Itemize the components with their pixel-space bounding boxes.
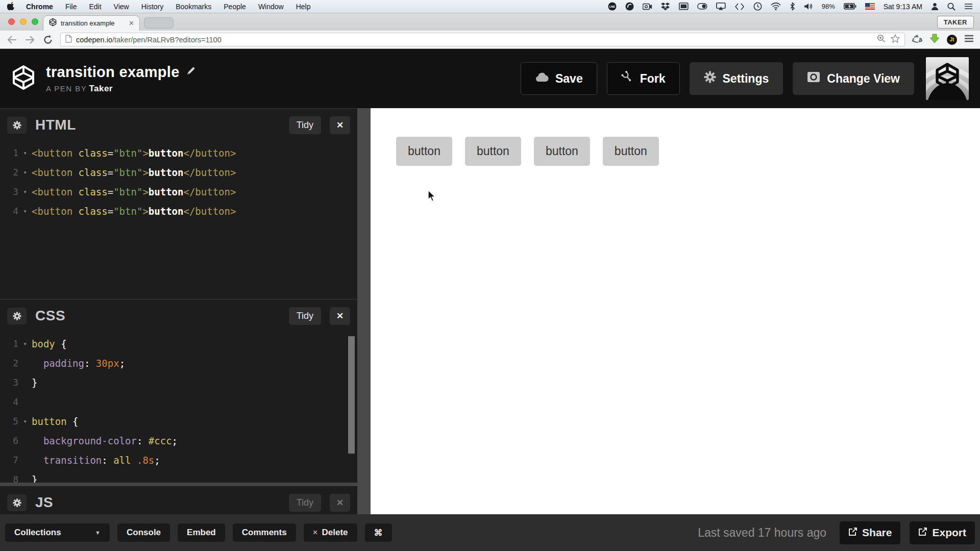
html-tidy-button[interactable]: Tidy	[289, 116, 321, 134]
preview-buttons-row: buttonbuttonbuttonbutton	[371, 108, 980, 166]
menubar-clock[interactable]: Sat 9:13 AM	[884, 3, 922, 11]
menu-item-chrome[interactable]: Chrome	[26, 3, 53, 11]
html-panel-header: HTML Tidy ✕	[0, 109, 357, 141]
settings-button[interactable]: Settings	[690, 62, 783, 95]
fold-arrow-icon[interactable]: ▾	[18, 202, 32, 221]
console-button[interactable]: Console	[117, 523, 170, 542]
menu-item-edit[interactable]: Edit	[89, 3, 101, 11]
browser-tab[interactable]: transition example ✕	[43, 15, 140, 31]
delete-button[interactable]: × Delete	[304, 523, 357, 542]
css-code-editor[interactable]: 1▾body {2 padding: 30px;3}45▾button {6 b…	[0, 332, 357, 486]
preview-button[interactable]: button	[396, 137, 452, 166]
notification-center-icon[interactable]	[964, 3, 973, 10]
user-avatar[interactable]	[926, 57, 969, 100]
jt-extension-icon[interactable]: Jt	[947, 35, 957, 45]
us-flag-icon[interactable]	[865, 3, 875, 10]
airplay-icon[interactable]	[716, 3, 726, 10]
phone-icon[interactable]	[625, 2, 634, 11]
window-icon[interactable]	[679, 3, 689, 10]
css-settings-gear-icon[interactable]	[7, 308, 27, 324]
zoom-icon[interactable]	[877, 34, 886, 45]
change-view-button[interactable]: Change View	[793, 62, 914, 95]
address-bar[interactable]: codepen.io/taker/pen/RaLRvB?editors=1100	[60, 33, 905, 46]
bluetooth-icon[interactable]	[790, 2, 795, 11]
token-tag: >	[142, 163, 148, 182]
keyboard-shortcuts-button[interactable]: ⌘	[365, 523, 392, 542]
browser-profile-button[interactable]: TAKER	[937, 16, 974, 29]
embed-button[interactable]: Embed	[178, 523, 225, 542]
url-text[interactable]: codepen.io/taker/pen/RaLRvB?editors=1100	[76, 36, 873, 44]
fold-arrow-icon[interactable]: ▾	[18, 334, 32, 354]
save-button[interactable]: Save	[521, 62, 597, 95]
last-saved-text: Last saved 17 hours ago	[698, 526, 826, 540]
html-panel: HTML Tidy ✕ 1▾<button class="btn">button…	[0, 108, 357, 299]
wifi-icon[interactable]	[771, 3, 781, 10]
time-machine-icon[interactable]	[753, 2, 762, 11]
window-minimize-button[interactable]	[20, 18, 27, 25]
html-close-button[interactable]: ✕	[330, 116, 350, 134]
html-code-editor[interactable]: 1▾<button class="btn">button</button>2▾<…	[0, 141, 357, 221]
editor-preview-resize-handle[interactable]	[357, 108, 371, 514]
css-tidy-button[interactable]: Tidy	[289, 307, 321, 325]
menu-item-bookmarks[interactable]: Bookmarks	[176, 3, 211, 11]
chevron-down-icon: ▼	[95, 530, 101, 536]
forward-button[interactable]	[24, 35, 36, 44]
toggle-icon[interactable]	[697, 3, 707, 10]
edit-pencil-icon[interactable]	[186, 66, 196, 78]
fold-gutter	[18, 354, 32, 373]
js-close-button[interactable]: ✕	[330, 494, 350, 512]
fold-arrow-icon[interactable]: ▾	[18, 412, 32, 431]
menu-item-history[interactable]: History	[141, 3, 164, 11]
volume-icon[interactable]	[804, 3, 813, 10]
reload-button[interactable]	[43, 35, 53, 45]
menu-item-window[interactable]: Window	[258, 3, 284, 11]
html-panel-title: HTML	[35, 117, 76, 133]
preview-button[interactable]: button	[603, 137, 659, 166]
css-vertical-scrollbar[interactable]	[348, 336, 355, 454]
chrome-menu-icon[interactable]	[964, 35, 974, 44]
fold-arrow-icon[interactable]: ▾	[18, 163, 32, 182]
code-brackets-icon[interactable]	[734, 3, 745, 10]
author-link[interactable]: Taker	[89, 84, 113, 93]
comments-button[interactable]: Comments	[233, 523, 296, 542]
preview-button[interactable]: button	[534, 137, 590, 166]
spotlight-search-icon[interactable]	[947, 3, 955, 11]
collections-dropdown[interactable]: Collections ▼	[5, 523, 110, 542]
codepen-logo-icon[interactable]	[11, 64, 36, 93]
code-line: 1▾<button class="btn">button</button>	[0, 143, 357, 163]
export-button[interactable]: Export	[910, 521, 975, 544]
recycle-extension-icon[interactable]	[912, 34, 922, 45]
apple-menu-icon[interactable]	[7, 2, 15, 11]
bookmark-star-icon[interactable]	[891, 34, 900, 45]
share-button[interactable]: Share	[840, 521, 900, 544]
battery-icon[interactable]	[844, 3, 856, 10]
fork-button[interactable]: Fork	[607, 62, 680, 95]
back-button[interactable]	[6, 35, 17, 44]
preview-button[interactable]: button	[465, 137, 521, 166]
fold-arrow-icon[interactable]: ▾	[18, 182, 32, 202]
menu-item-help[interactable]: Help	[296, 3, 311, 11]
tab-close-icon[interactable]: ✕	[129, 19, 134, 27]
dropbox-icon[interactable]	[661, 3, 670, 11]
fold-arrow-icon[interactable]: ▾	[18, 143, 32, 163]
window-maximize-button[interactable]	[32, 18, 38, 25]
download-arrow-extension-icon[interactable]	[929, 34, 940, 45]
js-settings-gear-icon[interactable]	[7, 494, 27, 511]
token-tag: <button	[32, 182, 79, 202]
menu-item-people[interactable]: People	[224, 3, 246, 11]
line-number: 7	[0, 450, 18, 470]
new-tab-button[interactable]	[144, 17, 174, 29]
menu-item-file[interactable]: File	[65, 3, 77, 11]
line-icon[interactable]: LINE	[608, 2, 617, 11]
camera-icon[interactable]	[643, 3, 652, 10]
html-settings-gear-icon[interactable]	[7, 117, 27, 134]
window-close-button[interactable]	[8, 18, 15, 25]
editors-column: HTML Tidy ✕ 1▾<button class="btn">button…	[0, 108, 357, 514]
css-close-button[interactable]: ✕	[330, 307, 350, 325]
token-colon: :	[137, 431, 149, 450]
pen-byline: A PEN BYTaker	[46, 84, 196, 94]
menu-item-view[interactable]: View	[114, 3, 129, 11]
token-tag: </button>	[183, 202, 236, 221]
user-switch-icon[interactable]	[931, 3, 939, 10]
js-tidy-button[interactable]: Tidy	[289, 494, 321, 512]
